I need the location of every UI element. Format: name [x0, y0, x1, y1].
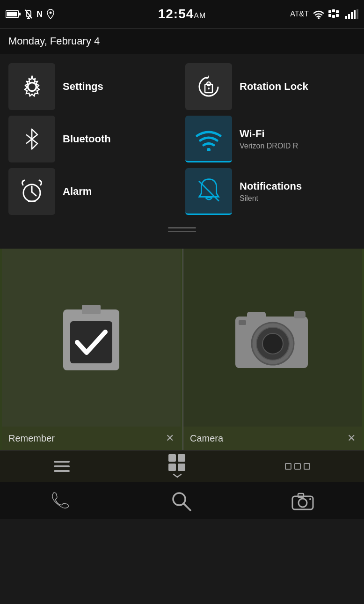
svg-point-19 [28, 82, 36, 91]
quick-settings-grid: Settings Rotation Lock [8, 63, 356, 215]
status-time: 12:54AM [158, 7, 206, 22]
carrier-label: AT&T [290, 10, 309, 18]
phone-icon [50, 491, 71, 511]
alarm-item[interactable]: Alarm [8, 168, 179, 215]
remember-app-card[interactable]: Remember ✕ [2, 249, 181, 450]
location-icon [46, 9, 55, 19]
settings-item[interactable]: Settings [8, 63, 179, 110]
svg-rect-11 [328, 14, 331, 17]
rotation-lock-icon-box [185, 63, 232, 110]
svg-rect-17 [354, 10, 356, 19]
svg-point-7 [318, 17, 320, 19]
bluetooth-label: Bluetooth [63, 133, 111, 145]
nav-bar [0, 482, 364, 519]
remember-close-button[interactable]: ✕ [166, 432, 174, 444]
dot-2 [294, 463, 301, 470]
bluetooth-icon-box [8, 116, 55, 162]
wifi-icon-box [185, 116, 232, 162]
camera-nav-icon [291, 492, 314, 510]
rotation-lock-label: Rotation Lock [240, 81, 308, 93]
settings-label: Settings [63, 81, 103, 93]
app-switcher: Remember ✕ Camera ✕ [0, 249, 364, 450]
signal-icon [345, 9, 358, 19]
svg-point-23 [208, 88, 210, 89]
status-icons-right: AT&T [290, 9, 358, 19]
rotation-lock-item[interactable]: Rotation Lock [185, 63, 356, 110]
bb-icon [328, 9, 342, 19]
dots-row [285, 463, 310, 470]
camera-app-content [183, 249, 362, 427]
svg-rect-41 [54, 461, 70, 463]
svg-rect-8 [328, 10, 331, 13]
wifi-status-icon [313, 9, 325, 19]
svg-rect-13 [336, 14, 339, 17]
ampm-display: AM [194, 12, 206, 20]
alarm-icon-box [8, 168, 55, 215]
remember-app-icon [56, 300, 126, 375]
time-display: 12:54 [158, 7, 194, 21]
quick-settings-panel: Settings Rotation Lock [0, 54, 364, 249]
bluetooth-icon [22, 125, 43, 153]
remember-label-bar: Remember ✕ [2, 427, 181, 450]
alarm-label: Alarm [63, 185, 92, 198]
svg-rect-43 [54, 470, 70, 472]
svg-point-24 [207, 148, 211, 151]
wifi-item[interactable]: Wi-Fi Verizon DROID R [185, 116, 356, 162]
notifications-icon-box [185, 168, 232, 215]
search-icon [171, 491, 191, 511]
svg-rect-39 [294, 311, 306, 318]
battery-icon [6, 10, 21, 18]
phone-nav-button[interactable] [50, 491, 71, 511]
dot-3 [304, 463, 310, 470]
date-display: Monday, February 4 [8, 35, 100, 47]
rotation-lock-icon [195, 73, 223, 101]
svg-line-49 [183, 503, 190, 510]
remember-app-label: Remember [8, 433, 55, 444]
list-icon [54, 460, 70, 473]
bluetooth-item[interactable]: Bluetooth [8, 116, 179, 162]
wifi-qs-icon [194, 126, 223, 151]
notifications-mode: Silent [240, 194, 302, 203]
svg-rect-47 [178, 464, 185, 471]
svg-rect-42 [54, 465, 70, 467]
search-nav-button[interactable] [171, 491, 191, 511]
grid-icon [168, 454, 186, 472]
drag-handle[interactable] [8, 222, 356, 235]
chevron-down-icon [173, 473, 182, 478]
camera-close-button[interactable]: ✕ [347, 432, 356, 444]
svg-rect-14 [345, 16, 347, 19]
svg-rect-38 [247, 312, 266, 319]
svg-rect-45 [178, 454, 185, 462]
svg-rect-15 [348, 14, 350, 19]
notifications-item[interactable]: Notifications Silent [185, 168, 356, 215]
remember-app-content [2, 249, 181, 427]
notifications-label: Notifications [240, 180, 302, 192]
silent-icon [24, 9, 33, 19]
camera-nav-button[interactable] [291, 492, 314, 510]
date-bar: Monday, February 4 [0, 28, 364, 54]
svg-rect-46 [168, 464, 176, 471]
camera-label-bar: Camera ✕ [183, 427, 362, 450]
grid-view-button[interactable] [168, 454, 186, 478]
status-bar: N 12:54AM AT&T [0, 0, 364, 28]
svg-rect-10 [336, 10, 339, 13]
taskbar [0, 450, 364, 482]
svg-rect-52 [298, 494, 304, 497]
settings-icon-box [8, 63, 55, 110]
notifications-text: Notifications Silent [240, 180, 302, 203]
camera-app-icon [233, 302, 313, 373]
svg-line-27 [32, 192, 36, 196]
status-icons-left: N [6, 9, 55, 19]
svg-rect-12 [332, 15, 335, 18]
alarm-icon [18, 178, 45, 205]
camera-app-card[interactable]: Camera ✕ [182, 249, 362, 450]
svg-point-37 [262, 333, 283, 354]
gear-icon [19, 74, 45, 100]
camera-app-label: Camera [190, 433, 223, 444]
list-view-button[interactable] [54, 460, 70, 473]
svg-rect-16 [351, 12, 353, 19]
svg-point-6 [50, 12, 52, 14]
svg-rect-18 [357, 9, 358, 19]
svg-rect-1 [19, 13, 21, 15]
svg-point-53 [309, 498, 311, 500]
